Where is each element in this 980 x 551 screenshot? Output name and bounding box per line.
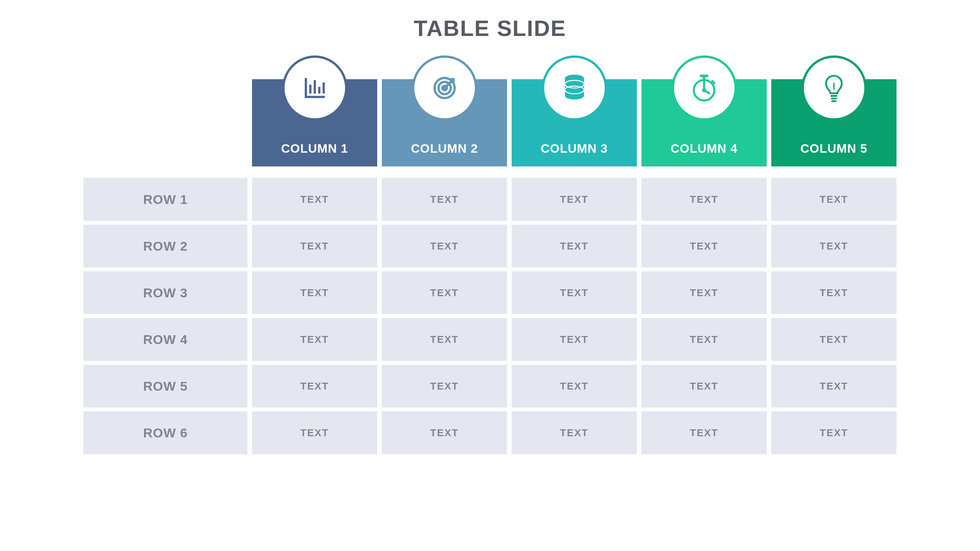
table-cell: TEXT: [252, 225, 377, 267]
table-cell: TEXT: [771, 411, 897, 454]
table-cell: TEXT: [382, 225, 507, 267]
table-cell: TEXT: [252, 178, 377, 221]
target-icon: [431, 75, 458, 101]
table-cell: TEXT: [382, 365, 507, 408]
row-label: ROW 1: [83, 178, 247, 221]
table-cell: TEXT: [771, 225, 897, 267]
table-cell: TEXT: [512, 178, 637, 221]
table-cell: TEXT: [641, 411, 767, 454]
data-rows: ROW 1 TEXT TEXT TEXT TEXT TEXT ROW 2 TEX…: [83, 178, 897, 454]
table-row: ROW 4 TEXT TEXT TEXT TEXT TEXT: [83, 318, 897, 361]
column-icon-circle: [672, 55, 737, 121]
table-cell: TEXT: [641, 271, 767, 314]
table-cell: TEXT: [512, 271, 637, 314]
table-cell: TEXT: [512, 411, 637, 454]
table-row: ROW 6 TEXT TEXT TEXT TEXT TEXT: [83, 411, 897, 454]
column-icon-circle: [802, 55, 867, 121]
row-label: ROW 5: [83, 365, 247, 408]
database-icon: [563, 75, 586, 101]
column-header-4: COLUMN 4: [641, 79, 767, 166]
table-cell: TEXT: [771, 365, 897, 408]
table-cell: TEXT: [512, 365, 637, 408]
column-header-1: COLUMN 1: [252, 79, 377, 166]
column-icon-circle: [282, 55, 347, 121]
table-cell: TEXT: [771, 178, 897, 221]
column-label: COLUMN 5: [800, 142, 867, 156]
table-cell: TEXT: [771, 318, 897, 361]
table: COLUMN 1 COLUMN 2: [83, 79, 897, 454]
row-label: ROW 6: [83, 411, 247, 454]
table-cell: TEXT: [382, 318, 507, 361]
column-icon-circle: [542, 55, 607, 121]
table-row: ROW 5 TEXT TEXT TEXT TEXT TEXT: [83, 365, 897, 408]
table-row: ROW 1 TEXT TEXT TEXT TEXT TEXT: [83, 178, 897, 221]
table-row: ROW 2 TEXT TEXT TEXT TEXT TEXT: [83, 225, 897, 267]
column-headers: COLUMN 1 COLUMN 2: [252, 79, 897, 166]
table-row: ROW 3 TEXT TEXT TEXT TEXT TEXT: [83, 271, 897, 314]
stopwatch-icon: [692, 74, 717, 103]
row-label: ROW 4: [83, 318, 247, 361]
table-cell: TEXT: [512, 225, 637, 267]
column-icon-circle: [412, 55, 477, 121]
column-label: COLUMN 2: [411, 142, 478, 156]
table-cell: TEXT: [382, 178, 507, 221]
table-cell: TEXT: [382, 271, 507, 314]
table-cell: TEXT: [252, 318, 377, 361]
table-cell: TEXT: [382, 411, 507, 454]
row-label: ROW 2: [83, 225, 247, 267]
table-cell: TEXT: [252, 365, 377, 408]
table-cell: TEXT: [641, 365, 767, 408]
column-label: COLUMN 4: [671, 142, 738, 156]
table-cell: TEXT: [252, 411, 377, 454]
svg-point-7: [703, 89, 705, 91]
bar-chart-icon: [301, 75, 328, 101]
table-cell: TEXT: [641, 178, 767, 221]
row-label: ROW 3: [83, 271, 247, 314]
column-label: COLUMN 3: [541, 142, 608, 156]
table-cell: TEXT: [641, 225, 767, 267]
column-header-3: COLUMN 3: [512, 79, 637, 166]
table-cell: TEXT: [771, 271, 897, 314]
lightbulb-icon: [823, 73, 844, 103]
column-header-5: COLUMN 5: [771, 79, 897, 166]
table-cell: TEXT: [252, 271, 377, 314]
column-header-2: COLUMN 2: [382, 79, 507, 166]
table-cell: TEXT: [512, 318, 637, 361]
slide-title: TABLE SLIDE: [414, 15, 566, 41]
column-label: COLUMN 1: [281, 142, 348, 156]
table-cell: TEXT: [641, 318, 767, 361]
